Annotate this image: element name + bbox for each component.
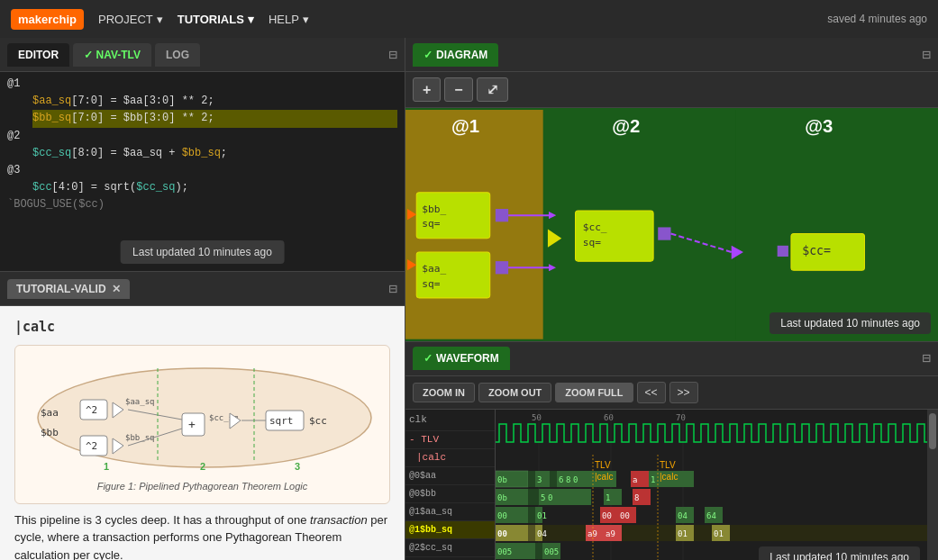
code-line: $bb_sq[7:0] = $bb[3:0] ** 2; (7, 110, 397, 127)
svg-text:8: 8 (566, 475, 570, 484)
svg-text:@3: @3 (805, 116, 833, 136)
svg-text:$cc: $cc (309, 415, 327, 427)
svg-rect-39 (496, 261, 508, 274)
diagram-svg: @1 @2 @3 $bb_ sq= $aa_ sq= (405, 108, 938, 341)
code-line: @1 (7, 76, 397, 93)
diagram-tab-bar: ✓ DIAGRAM ⊟ (405, 38, 938, 72)
svg-text:8: 8 (634, 493, 639, 502)
svg-text:3: 3 (537, 475, 542, 484)
main-layout: EDITOR ✓ NAV-TLV LOG ⊟ @1 $aa_sq[7:0] = … (0, 38, 938, 560)
waveform-check-icon: ✓ (423, 352, 433, 365)
svg-text:04: 04 (678, 511, 688, 520)
wf-label-bb: @0$bb (405, 485, 495, 503)
logo[interactable]: makerchip (11, 9, 84, 30)
diagram-expand-button[interactable]: ⤢ (477, 77, 508, 102)
tutorial-tab-close[interactable]: ✕ (112, 283, 121, 295)
svg-text:|calc: |calc (660, 472, 678, 482)
svg-text:00: 00 (497, 511, 507, 520)
tab-waveform[interactable]: ✓ WAVEFORM (413, 347, 510, 370)
svg-text:00: 00 (602, 511, 612, 520)
editor-tab-bar: EDITOR ✓ NAV-TLV LOG ⊟ (0, 38, 405, 72)
tab-editor[interactable]: EDITOR (7, 43, 69, 67)
left-panel: EDITOR ✓ NAV-TLV LOG ⊟ @1 $aa_sq[7:0] = … (0, 38, 405, 560)
diagram-zoom-in-button[interactable]: + (413, 77, 441, 102)
svg-text:$bb: $bb (41, 427, 59, 438)
editor-tooltip: Last updated 10 minutes ago (120, 240, 285, 264)
code-line: `BOGUS_USE($cc) (7, 196, 397, 213)
tab-tutorial-valid[interactable]: TUTORIAL-VALID ✕ (7, 279, 130, 299)
tab-diagram[interactable]: ✓ DIAGRAM (413, 43, 498, 67)
svg-text:0b: 0b (497, 475, 507, 484)
tutorial-expand-icon[interactable]: ⊟ (388, 280, 397, 298)
svg-text:+: + (188, 418, 196, 431)
nav-tutorials[interactable]: TUTORIALS ▾ (178, 13, 254, 26)
right-panel: ✓ DIAGRAM ⊟ + − ⤢ (405, 38, 938, 560)
waveform-next-button[interactable]: >> (669, 382, 698, 403)
wf-label-tlv: - TLV (405, 431, 495, 449)
diagram-section: ✓ DIAGRAM ⊟ + − ⤢ (405, 38, 938, 342)
code-line: $cc[4:0] = sqrt($cc_sq); (7, 179, 397, 196)
tab-nav-tlv[interactable]: ✓ NAV-TLV (73, 43, 151, 67)
svg-rect-82 (546, 489, 591, 505)
svg-text:a: a (633, 475, 637, 484)
svg-text:6: 6 (559, 475, 563, 484)
svg-rect-62 (528, 471, 535, 487)
nav-project[interactable]: PROJECT ▾ (98, 13, 163, 26)
svg-text:00: 00 (497, 529, 507, 538)
waveform-zoom-in-button[interactable]: ZOOM IN (413, 383, 475, 402)
nav-help[interactable]: HELP ▾ (269, 13, 309, 26)
editor-section: EDITOR ✓ NAV-TLV LOG ⊟ @1 $aa_sq[7:0] = … (0, 38, 405, 272)
waveform-zoom-out-button[interactable]: ZOOM OUT (478, 383, 551, 402)
code-line: $cc_sq[8:0] = $aa_sq + $bb_sq; (7, 145, 397, 162)
svg-text:1: 1 (606, 493, 610, 502)
waveform-zoom-full-button[interactable]: ZOOM FULL (555, 383, 633, 402)
svg-text:70: 70 (676, 413, 686, 422)
waveform-scrollbar-thumb[interactable] (929, 413, 936, 449)
svg-text:$aa_: $aa_ (422, 263, 446, 275)
svg-text:1: 1 (104, 461, 109, 472)
svg-text:005: 005 (497, 547, 512, 556)
logo-text: makerchip (18, 13, 77, 26)
waveform-toolbar: ZOOM IN ZOOM OUT ZOOM FULL << >> (405, 376, 938, 410)
check-icon: ✓ (423, 49, 433, 61)
code-line: $aa_sq[7:0] = $aa[3:0] ** 2; (7, 93, 397, 110)
waveform-body: clk - TLV |calc @0$aa @0$bb @1$aa_sq @1$… (405, 410, 938, 560)
svg-text:sq=: sq= (422, 278, 440, 290)
svg-rect-66 (550, 471, 557, 487)
waveform-expand-icon[interactable]: ⊟ (922, 349, 931, 367)
diagram-expand-icon[interactable]: ⊟ (922, 46, 931, 64)
editor-expand-icon[interactable]: ⊟ (388, 46, 397, 64)
waveform-scrollbar[interactable] (927, 410, 938, 560)
waveform-prev-button[interactable]: << (637, 382, 666, 403)
waveform-content[interactable]: 50 60 70 (496, 410, 938, 560)
tutorial-section: TUTORIAL-VALID ✕ ⊟ |calc $aa $bb (0, 272, 405, 560)
svg-text:a9: a9 (587, 529, 597, 538)
svg-text:@2: @2 (612, 116, 640, 136)
tutorial-content[interactable]: |calc $aa $bb ^2 (0, 306, 405, 560)
tutorial-tab-bar: TUTORIAL-VALID ✕ ⊟ (0, 272, 405, 306)
svg-text:$aa_sq: $aa_sq (125, 397, 155, 406)
svg-text:60: 60 (604, 413, 614, 422)
wf-label-aa-sq: @1$aa_sq (405, 503, 495, 521)
svg-text:sq=: sq= (422, 218, 440, 230)
svg-text:@1: @1 (451, 116, 479, 136)
tab-log[interactable]: LOG (155, 43, 200, 67)
svg-text:3: 3 (295, 461, 300, 472)
svg-rect-117 (535, 543, 542, 559)
wf-label-calc: |calc (405, 449, 495, 467)
svg-rect-51 (778, 246, 788, 257)
svg-text:$cc=: $cc= (802, 244, 831, 257)
diagram-zoom-out-button[interactable]: − (444, 77, 472, 102)
tutorial-paragraph: This pipeline is 3 cycles deep. It has a… (14, 511, 390, 561)
editor-content[interactable]: @1 $aa_sq[7:0] = $aa[3:0] ** 2; $bb_sq[7… (0, 72, 405, 271)
svg-text:sq=: sq= (583, 237, 601, 248)
code-line: @2 (7, 128, 397, 145)
svg-text:0: 0 (573, 475, 578, 484)
svg-text:0: 0 (548, 493, 552, 502)
pipeline-svg: $aa $bb ^2 ^2 $aa_sq (24, 355, 385, 472)
wf-label-aa: @0$aa (405, 467, 495, 485)
svg-text:a9: a9 (606, 529, 615, 538)
tutorial-diagram: $aa $bb ^2 ^2 $aa_sq (14, 345, 390, 504)
waveform-section: ✓ WAVEFORM ⊟ ZOOM IN ZOOM OUT ZOOM FULL … (405, 342, 938, 560)
svg-text:TLV: TLV (660, 460, 676, 470)
